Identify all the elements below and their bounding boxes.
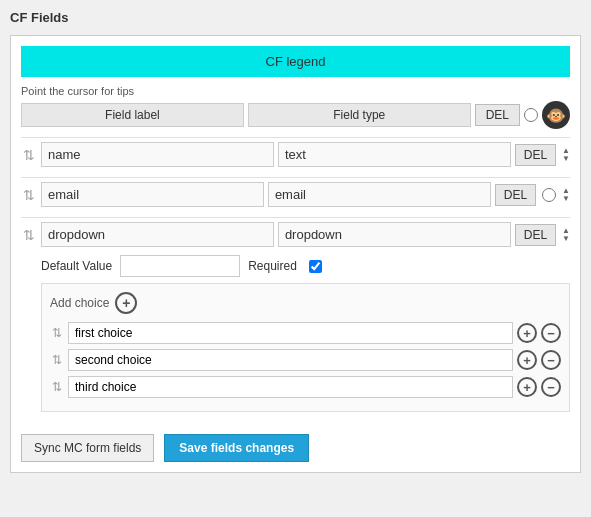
choice-add-button-2[interactable]: +: [517, 350, 537, 370]
list-item: ⇅ + −: [50, 322, 561, 344]
legend-header-row: Field label Field type DEL 🐵: [21, 101, 570, 129]
field-sort-arrows-dropdown[interactable]: ▲ ▼: [562, 227, 570, 243]
dropdown-field-container: ⇅ DEL ▲ ▼ Default Value Required: [21, 217, 570, 412]
add-choice-row: Add choice +: [50, 292, 561, 314]
field-del-button-email[interactable]: DEL: [495, 184, 536, 206]
sync-button[interactable]: Sync MC form fields: [21, 434, 154, 462]
add-choice-label: Add choice: [50, 296, 109, 310]
sort-handle-icon[interactable]: ⇅: [21, 147, 37, 163]
field-label-input-email[interactable]: [41, 182, 264, 207]
field-sort-arrows-email[interactable]: ▲ ▼: [562, 187, 570, 203]
save-button[interactable]: Save fields changes: [164, 434, 309, 462]
list-item: ⇅ + −: [50, 376, 561, 398]
choice-sort-icon[interactable]: ⇅: [50, 380, 64, 394]
default-value-input[interactable]: [120, 255, 240, 277]
choice-sort-icon[interactable]: ⇅: [50, 353, 64, 367]
dropdown-extra: Default Value Required Add choice + ⇅ +: [21, 255, 570, 412]
legend-radio[interactable]: [524, 108, 538, 122]
field-type-input-email[interactable]: [268, 182, 491, 207]
list-item: ⇅ + −: [50, 349, 561, 371]
choice-input-3[interactable]: [68, 376, 513, 398]
arrow-down-icon: ▼: [562, 195, 570, 203]
choice-add-button-1[interactable]: +: [517, 323, 537, 343]
field-del-button-name[interactable]: DEL: [515, 144, 556, 166]
required-checkbox[interactable]: [309, 260, 322, 273]
choices-container: Add choice + ⇅ + − ⇅ +: [41, 283, 570, 412]
choice-remove-button-3[interactable]: −: [541, 377, 561, 397]
legend-del-button[interactable]: DEL: [475, 104, 520, 126]
table-row: ⇅ DEL ▲ ▼: [21, 217, 570, 251]
field-label-input-name[interactable]: [41, 142, 274, 167]
cf-legend-title: CF legend: [21, 46, 570, 77]
arrow-down-icon: ▼: [562, 155, 570, 163]
choice-add-button-3[interactable]: +: [517, 377, 537, 397]
choice-input-2[interactable]: [68, 349, 513, 371]
choice-input-1[interactable]: [68, 322, 513, 344]
field-label-header: Field label: [21, 103, 244, 127]
chimp-icon: 🐵: [542, 101, 570, 129]
required-label: Required: [248, 259, 297, 273]
sort-handle-icon[interactable]: ⇅: [21, 227, 37, 243]
table-row: ⇅ DEL ▲ ▼: [21, 137, 570, 171]
arrow-down-icon: ▼: [562, 235, 570, 243]
main-container: CF legend Point the cursor for tips Fiel…: [10, 35, 581, 473]
default-value-label: Default Value: [41, 259, 112, 273]
legend-subtitle: Point the cursor for tips: [21, 85, 570, 97]
field-type-input-name[interactable]: [278, 142, 511, 167]
choice-sort-icon[interactable]: ⇅: [50, 326, 64, 340]
fields-area: ⇅ DEL ▲ ▼ ⇅ DEL ▲ ▼ ⇅: [21, 137, 570, 412]
page-title: CF Fields: [10, 10, 581, 25]
add-choice-button[interactable]: +: [115, 292, 137, 314]
dropdown-meta-row: Default Value Required: [41, 255, 570, 277]
field-sort-arrows-name[interactable]: ▲ ▼: [562, 147, 570, 163]
choice-remove-button-2[interactable]: −: [541, 350, 561, 370]
field-del-button-dropdown[interactable]: DEL: [515, 224, 556, 246]
table-row: ⇅ DEL ▲ ▼: [21, 177, 570, 211]
choice-remove-button-1[interactable]: −: [541, 323, 561, 343]
bottom-bar: Sync MC form fields Save fields changes: [21, 426, 570, 462]
field-label-input-dropdown[interactable]: [41, 222, 274, 247]
field-type-header: Field type: [248, 103, 471, 127]
field-type-input-dropdown[interactable]: [278, 222, 511, 247]
sort-handle-icon[interactable]: ⇅: [21, 187, 37, 203]
field-radio-email[interactable]: [542, 188, 556, 202]
